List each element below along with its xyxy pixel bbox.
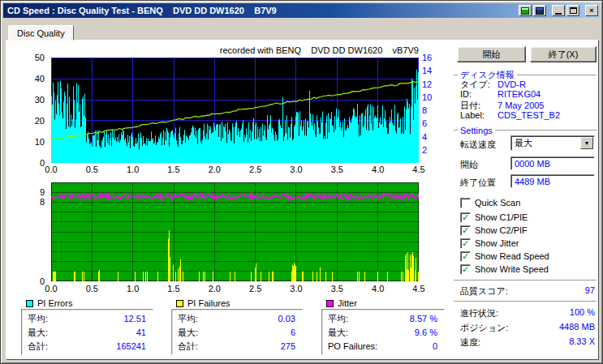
titlebar-tool-button-1[interactable] (519, 5, 532, 16)
stat-value: 0 (433, 340, 437, 353)
show-write-speed-row: ✓Show Write Speed (460, 263, 549, 275)
show-read-speed-row: ✓Show Read Speed (460, 251, 549, 262)
stat-label: PO Failures: (328, 341, 377, 351)
stat-label: 最大: (328, 328, 348, 337)
pi-errors-legend: PI Errors (24, 298, 74, 308)
tick-label: 4.5 (412, 284, 424, 293)
quality-score-row: 品質スコア:97 (460, 285, 595, 297)
tick-label: 2.0 (209, 165, 221, 174)
disc-id-label: ID: (460, 89, 497, 99)
progress-label: 進行状況: (460, 308, 498, 318)
maximize-icon (570, 7, 577, 14)
jitter-swatch (326, 300, 334, 307)
start-position-label: 開始 (460, 159, 478, 171)
tick-label: 2.0 (209, 284, 221, 293)
titlebar[interactable]: CD Speed : Disc Quality Test - BENQ DVD … (3, 3, 600, 18)
tick-label: 0 (40, 276, 45, 286)
show-c2-pif-checkbox[interactable]: ✓ (460, 225, 471, 236)
show-c1-pie-checkbox[interactable]: ✓ (460, 212, 471, 223)
tick-label: 0.0 (45, 284, 57, 293)
tick-label: 9 (40, 187, 45, 197)
show-read-speed-checkbox[interactable]: ✓ (460, 251, 471, 262)
exit-button[interactable]: 終了(X) (530, 46, 597, 62)
pi-failures-stats-box: 平均:0.03 最大:6 合計:275 (171, 309, 303, 355)
pi-errors-swatch (26, 300, 33, 307)
progress-value: 100 % (570, 307, 595, 317)
tick-label: 3.0 (290, 284, 302, 293)
tick-label: 1.5 (167, 284, 179, 293)
tick-label: 1.0 (127, 284, 139, 293)
tick-label: 4.5 (412, 165, 424, 174)
tab-disc-quality[interactable]: Disc Quality (8, 25, 74, 41)
pi-errors-chart (51, 58, 419, 163)
speed-row: 速度:8.33 X (460, 336, 595, 348)
tick-label: 6 (422, 118, 427, 128)
window-title: CD Speed : Disc Quality Test - BENQ DVD … (7, 6, 277, 15)
show-c2-pif-row: ✓Show C2/PIF (460, 225, 528, 236)
maximize-button[interactable] (566, 5, 579, 16)
quality-score-value: 97 (585, 285, 595, 295)
disc-id-row: ID:RITEKG04 (460, 89, 597, 100)
transfer-speed-dropdown-button[interactable]: ▼ (580, 137, 593, 149)
tick-label: 8 (40, 197, 45, 207)
stat-row: PO Failures:0 (322, 340, 444, 353)
show-write-speed-checkbox[interactable]: ✓ (460, 264, 471, 275)
stat-value: 9.6 % (415, 326, 437, 340)
checkbox-label: Show C1/PIE (475, 212, 528, 222)
stat-row: 合計:165241 (22, 340, 153, 353)
chevron-down-icon: ▼ (584, 140, 590, 146)
tick-label: 3.5 (331, 284, 343, 293)
stat-label: 最大: (28, 328, 48, 337)
minimize-button[interactable] (552, 5, 565, 16)
minimize-icon (555, 13, 562, 15)
bottom-chart-x-axis: 0.00.51.01.52.02.53.03.54.04.5 (51, 284, 419, 293)
stat-value: 275 (281, 340, 295, 353)
stat-value: 0.03 (278, 312, 295, 326)
tick-label: 8 (422, 105, 427, 115)
speed-y-axis: 161412108642 (422, 58, 443, 173)
settings-section: Settings (454, 126, 597, 135)
tick-label: 2.5 (249, 165, 261, 174)
transfer-speed-value: 最大 (511, 137, 580, 149)
stat-label: 平均: (178, 314, 198, 323)
close-button[interactable]: × (585, 5, 598, 16)
stat-row: 最大:9.6 % (322, 326, 444, 340)
checkbox-label: Show Write Speed (475, 264, 549, 274)
quality-score-label: 品質スコア: (460, 286, 508, 296)
tick-label: 40 (35, 74, 45, 84)
speed-label: 速度: (460, 337, 480, 347)
disc-label-label: Label: (460, 110, 497, 120)
stat-value: 8.57 % (410, 312, 437, 326)
stat-row: 最大:6 (172, 326, 302, 340)
pi-failures-legend: PI Failures (174, 298, 232, 308)
start-position-field[interactable]: 0000 MB (510, 156, 595, 170)
stat-label: 平均: (328, 314, 348, 323)
show-jitter-row: ✓Show Jitter (460, 238, 519, 249)
stat-value: 165241 (116, 340, 146, 353)
checkbox-label: Show Read Speed (475, 251, 549, 261)
tick-label: 50 (35, 53, 45, 62)
stat-row: 最大:41 (22, 326, 153, 340)
pif-jitter-chart (51, 182, 419, 281)
tick-label: 2 (422, 145, 427, 155)
top-chart-x-axis: 0.00.51.01.52.02.53.03.54.04.5 (51, 165, 419, 174)
speed-value: 8.33 X (569, 336, 595, 346)
tick-label: 4 (422, 132, 427, 142)
titlebar-tool-button-2[interactable] (533, 5, 546, 16)
close-icon: × (589, 6, 593, 15)
transfer-speed-select[interactable]: 最大 ▼ (510, 135, 595, 151)
stat-row: 平均:0.03 (172, 312, 302, 326)
stat-value: 12.51 (123, 312, 146, 326)
tick-label: 4.0 (372, 284, 384, 293)
end-position-field[interactable]: 4489 MB (510, 174, 595, 188)
start-button[interactable]: 開始 (457, 46, 526, 62)
quick-scan-checkbox[interactable] (460, 198, 471, 208)
position-row: ポジション:4488 MB (460, 322, 595, 333)
show-jitter-checkbox[interactable]: ✓ (460, 238, 471, 249)
tick-label: 16 (422, 53, 432, 62)
tick-label: 10 (35, 137, 45, 147)
position-value: 4488 MB (559, 322, 595, 332)
tick-label: 1.0 (127, 165, 139, 174)
tick-label: 0 (40, 158, 45, 168)
separator (454, 301, 597, 302)
